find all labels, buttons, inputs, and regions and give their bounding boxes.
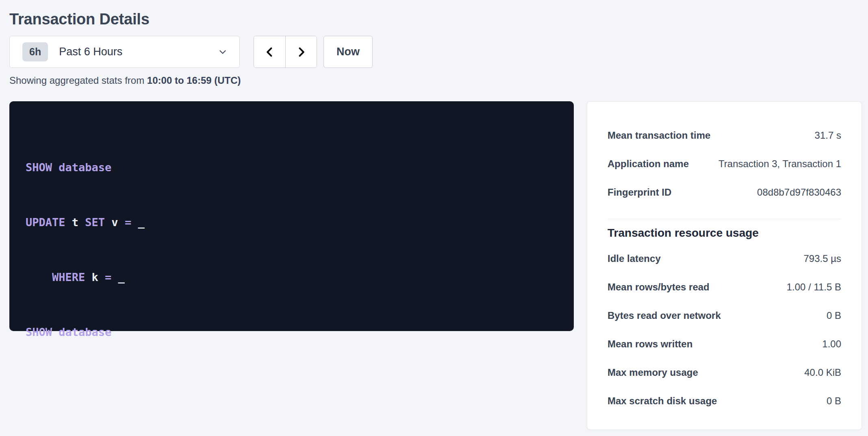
stat-row-mean-transaction-time: Mean transaction time 31.7 s (608, 121, 841, 150)
stat-row-idle-latency: Idle latency 793.5 µs (608, 244, 841, 273)
stat-row-mean-rows-bytes-read: Mean rows/bytes read 1.00 / 11.5 B (608, 273, 841, 301)
stat-value: 793.5 µs (803, 253, 841, 264)
stat-label: Mean rows written (608, 338, 692, 350)
stat-label: Max scratch disk usage (608, 395, 717, 407)
time-range-badge: 6h (22, 42, 48, 61)
stat-value: 31.7 s (815, 130, 841, 141)
aggregation-note-range: 10:00 to 16:59 (UTC) (147, 75, 241, 86)
sql-line: WHERE k = _ (26, 268, 558, 286)
time-range-select[interactable]: 6h Past 6 Hours (9, 36, 240, 68)
chevron-right-icon (295, 46, 307, 58)
card-divider (608, 219, 841, 219)
stat-label: Max memory usage (608, 367, 698, 378)
stat-row-mean-rows-written: Mean rows written 1.00 (608, 330, 841, 358)
aggregation-note-prefix: Showing aggregated stats from (9, 75, 147, 86)
stat-label: Bytes read over network (608, 310, 721, 321)
stat-row-max-memory-usage: Max memory usage 40.0 KiB (608, 358, 841, 387)
stat-row-bytes-read-over-network: Bytes read over network 0 B (608, 301, 841, 330)
next-time-button[interactable] (285, 36, 317, 68)
time-controls: 6h Past 6 Hours Now (9, 36, 862, 68)
sql-line: SHOW database (26, 158, 558, 177)
stat-row-max-scratch-disk-usage: Max scratch disk usage 0 B (608, 387, 841, 415)
stat-value: 0 B (827, 310, 841, 321)
transaction-details-page: Transaction Details 6h Past 6 Hours Now … (0, 0, 868, 430)
stat-value: 40.0 KiB (804, 367, 841, 378)
time-range-label: Past 6 Hours (59, 46, 217, 58)
sql-statement-box: SHOW database UPDATE t SET v = _ WHERE k… (9, 101, 574, 331)
stat-label: Mean rows/bytes read (608, 281, 710, 293)
sql-line: SHOW database (26, 323, 558, 341)
now-button[interactable]: Now (323, 36, 373, 68)
prev-time-button[interactable] (254, 36, 285, 68)
transaction-summary-card: Mean transaction time 31.7 s Application… (587, 101, 862, 430)
page-title: Transaction Details (9, 11, 862, 28)
resource-usage-heading: Transaction resource usage (608, 227, 841, 240)
stat-label: Idle latency (608, 253, 661, 264)
chevron-left-icon (264, 46, 276, 58)
stat-value: Transaction 3, Transaction 1 (718, 158, 841, 170)
time-nav-group (254, 36, 317, 68)
stat-value: 1.00 / 11.5 B (787, 281, 841, 293)
stat-label: Application name (608, 158, 689, 170)
main-content: SHOW database UPDATE t SET v = _ WHERE k… (9, 101, 862, 430)
stat-value: 0 B (827, 395, 841, 407)
stat-row-fingerprint-id: Fingerprint ID 08d8b7d97f830463 (608, 178, 841, 207)
stat-row-application-name: Application name Transaction 3, Transact… (608, 150, 841, 178)
chevron-down-icon (217, 47, 228, 57)
sql-line: UPDATE t SET v = _ (26, 213, 558, 231)
stat-label: Fingerprint ID (608, 187, 671, 198)
stat-value: 08d8b7d97f830463 (757, 187, 841, 198)
stat-value: 1.00 (822, 338, 841, 350)
aggregation-note: Showing aggregated stats from 10:00 to 1… (9, 75, 862, 86)
stat-label: Mean transaction time (608, 130, 710, 141)
